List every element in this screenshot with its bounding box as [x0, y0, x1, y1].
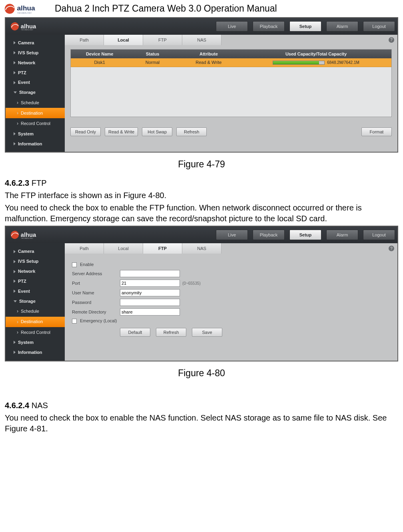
user-label: User Name	[72, 290, 120, 296]
ftp-para-1: The FTP interface is shown as in Figure …	[5, 190, 398, 201]
topnav-alarm[interactable]: Alarm	[326, 21, 358, 32]
tab-local[interactable]: Local	[104, 35, 143, 45]
emergency-checkbox[interactable]	[72, 319, 77, 324]
user-input[interactable]	[120, 289, 180, 296]
sidebar-storage[interactable]: Storage	[6, 296, 65, 306]
remote-dir-input[interactable]	[120, 308, 180, 316]
readonly-button[interactable]: Read Only	[70, 127, 101, 136]
svg-text:TECHNOLOGY: TECHNOLOGY	[21, 29, 34, 31]
emergency-label: Emergency (Local)	[80, 318, 117, 324]
sidebar-information[interactable]: Information	[6, 139, 65, 149]
col-attr: Attribute	[177, 51, 241, 57]
topnav-playback[interactable]: Playback	[253, 21, 285, 32]
sidebar-ivs[interactable]: IVS Setup	[6, 48, 65, 58]
cell-capacity: 6848.2M/7642.1M	[327, 60, 359, 66]
enable-checkbox[interactable]	[72, 262, 77, 267]
doc-title: Dahua 2 Inch PTZ Camera Web 3.0 Operatio…	[55, 2, 277, 15]
svg-text:alhua: alhua	[21, 23, 36, 30]
ui-ftp: alhua TECHNOLOGY Live Playback Setup Ala…	[5, 226, 398, 361]
capacity-bar	[273, 61, 325, 65]
topnav-playback[interactable]: Playback	[253, 230, 285, 240]
enable-label: Enable	[80, 262, 94, 268]
cell-attr: Read & Write	[177, 60, 241, 66]
ftp-para-2: You need to check the box to enable the …	[5, 202, 398, 224]
sidebar-network[interactable]: Network	[6, 266, 65, 276]
svg-point-0	[4, 3, 16, 15]
dahua-logo-icon: alhua TECHNOLOGY	[3, 3, 49, 15]
col-status: Status	[128, 51, 176, 57]
sidebar-network[interactable]: Network	[6, 58, 65, 68]
sidebar-record-control[interactable]: Record Control	[6, 118, 65, 129]
topnav-live[interactable]: Live	[216, 230, 248, 240]
topnav-alarm[interactable]: Alarm	[326, 230, 358, 240]
tab-ftp[interactable]: FTP	[143, 243, 182, 254]
sidebar-ptz[interactable]: PTZ	[6, 276, 65, 286]
pass-label: Password	[72, 300, 120, 306]
sidebar-event[interactable]: Event	[6, 77, 65, 87]
ui-local: alhua TECHNOLOGY Live Playback Setup Ala…	[5, 17, 398, 153]
table-row[interactable]: Disk1 Normal Read & Write 6848.2M/7642.1…	[71, 58, 391, 67]
tab-path[interactable]: Path	[65, 243, 104, 254]
svg-text:TECHNOLOGY: TECHNOLOGY	[21, 238, 34, 240]
save-button[interactable]: Save	[192, 328, 222, 337]
refresh-button[interactable]: Refresh	[176, 127, 207, 136]
format-button[interactable]: Format	[361, 127, 392, 136]
topnav-logout[interactable]: Logout	[363, 230, 395, 240]
sidebar-ptz[interactable]: PTZ	[6, 68, 65, 78]
sidebar-camera[interactable]: Camera	[6, 38, 65, 48]
ui-logo-icon: alhua TECHNOLOGY	[6, 226, 58, 243]
default-button[interactable]: Default	[120, 328, 150, 337]
svg-text:alhua: alhua	[21, 232, 36, 238]
server-addr-label: Server Address	[72, 271, 120, 277]
topnav-setup[interactable]: Setup	[289, 21, 321, 32]
port-hint: (0~65535)	[182, 281, 201, 286]
cell-device: Disk1	[71, 60, 128, 66]
sidebar-record-control[interactable]: Record Control	[6, 327, 65, 337]
sidebar-destination[interactable]: Destination	[6, 108, 65, 118]
tab-ftp[interactable]: FTP	[143, 35, 182, 45]
hotswap-button[interactable]: Hot Swap	[142, 127, 172, 136]
refresh-button[interactable]: Refresh	[156, 328, 186, 337]
col-capacity: Used Capacity/Total Capacity	[241, 51, 391, 57]
topnav-setup[interactable]: Setup	[289, 230, 321, 240]
server-addr-input[interactable]	[120, 270, 180, 277]
help-icon[interactable]: ?	[389, 37, 394, 43]
svg-text:alhua: alhua	[17, 4, 35, 12]
topnav-live[interactable]: Live	[216, 21, 248, 32]
sidebar-ivs[interactable]: IVS Setup	[6, 256, 65, 266]
sidebar-schedule[interactable]: Schedule	[6, 97, 65, 108]
sidebar-system[interactable]: System	[6, 337, 65, 347]
topnav-logout[interactable]: Logout	[363, 21, 395, 32]
svg-text:TECHNOLOGY: TECHNOLOGY	[17, 12, 32, 14]
sidebar-schedule[interactable]: Schedule	[6, 306, 65, 316]
sidebar-information[interactable]: Information	[6, 347, 65, 357]
tab-nas[interactable]: NAS	[182, 243, 221, 254]
cell-status: Normal	[128, 60, 176, 66]
tab-nas[interactable]: NAS	[182, 35, 221, 45]
ui-logo-icon: alhua TECHNOLOGY	[6, 18, 58, 35]
device-table: Device Name Status Attribute Used Capaci…	[70, 49, 392, 117]
tab-local[interactable]: Local	[104, 243, 143, 254]
sidebar-storage[interactable]: Storage	[6, 87, 65, 97]
figure-caption-80: Figure 4-80	[0, 367, 403, 379]
remote-dir-label: Remote Directory	[72, 309, 120, 315]
sidebar-system[interactable]: System	[6, 129, 65, 139]
section-ftp-heading: 4.6.2.3 FTP	[5, 178, 398, 189]
section-nas-heading: 4.6.2.4 NAS	[5, 400, 398, 411]
tab-path[interactable]: Path	[65, 35, 104, 45]
nas-para-1: You need to check the box to enable the …	[5, 413, 398, 434]
readwrite-button[interactable]: Read & Write	[105, 127, 138, 136]
col-device: Device Name	[71, 51, 128, 57]
svg-point-6	[10, 230, 20, 240]
sidebar-destination[interactable]: Destination	[6, 317, 65, 327]
svg-point-3	[10, 22, 20, 32]
sidebar-event[interactable]: Event	[6, 286, 65, 296]
port-input[interactable]	[120, 280, 180, 287]
port-label: Port	[72, 280, 120, 286]
pass-input[interactable]	[120, 299, 180, 306]
sidebar-camera[interactable]: Camera	[6, 246, 65, 256]
figure-caption-79: Figure 4-79	[0, 158, 403, 171]
